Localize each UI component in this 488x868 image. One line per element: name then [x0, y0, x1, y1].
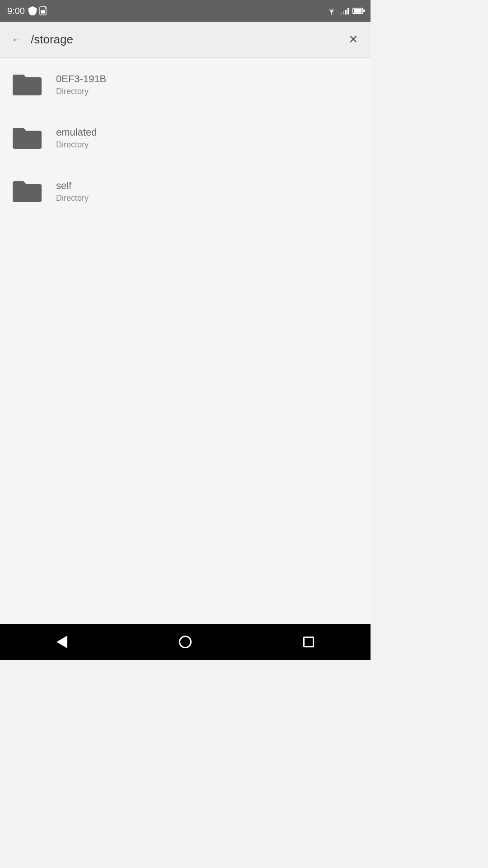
folder-icon: [9, 122, 45, 154]
app-bar-title: /storage: [27, 33, 343, 47]
folder-icon: [9, 175, 45, 207]
nav-recents-icon: [303, 637, 314, 647]
nav-back-icon: [56, 636, 67, 648]
back-arrow-icon: ←: [11, 33, 23, 47]
status-bar-right: [326, 7, 363, 15]
signal-icon: [341, 7, 349, 14]
file-name: 0EF3-191B: [56, 73, 106, 85]
nav-home-icon: [179, 636, 192, 648]
close-icon: ✕: [348, 33, 358, 47]
file-info: emulated Directory: [45, 127, 97, 150]
file-type: Directory: [56, 193, 89, 203]
nav-bar: [0, 624, 371, 660]
folder-icon: [9, 69, 45, 100]
wifi-icon: [326, 7, 337, 15]
folder-svg-icon: [11, 71, 43, 98]
list-item[interactable]: self Directory: [0, 165, 371, 218]
shield-icon: [28, 6, 37, 15]
svg-point-2: [331, 14, 333, 15]
folder-svg-icon: [11, 124, 43, 151]
status-bar-left: 9:00: [7, 6, 47, 16]
status-bar: 9:00: [0, 0, 371, 22]
folder-svg-icon: [11, 178, 43, 205]
list-item[interactable]: 0EF3-191B Directory: [0, 58, 371, 111]
file-type: Directory: [56, 87, 106, 96]
battery-icon: [352, 8, 363, 14]
sim-icon: [39, 6, 47, 15]
nav-recents-button[interactable]: [291, 628, 327, 656]
back-button[interactable]: ←: [7, 30, 27, 50]
file-info: 0EF3-191B Directory: [45, 73, 106, 96]
status-icons-left: [28, 6, 47, 15]
file-name: emulated: [56, 127, 97, 138]
file-info: self Directory: [45, 180, 89, 203]
nav-home-button[interactable]: [167, 628, 203, 656]
status-time: 9:00: [7, 6, 25, 16]
app-bar: ← /storage ✕: [0, 22, 371, 58]
close-button[interactable]: ✕: [343, 30, 363, 50]
file-type: Directory: [56, 140, 97, 150]
file-list: 0EF3-191B Directory emulated Directory s…: [0, 58, 371, 624]
list-item[interactable]: emulated Directory: [0, 111, 371, 165]
svg-rect-1: [41, 10, 45, 13]
file-name: self: [56, 180, 89, 192]
nav-back-button[interactable]: [44, 628, 80, 656]
